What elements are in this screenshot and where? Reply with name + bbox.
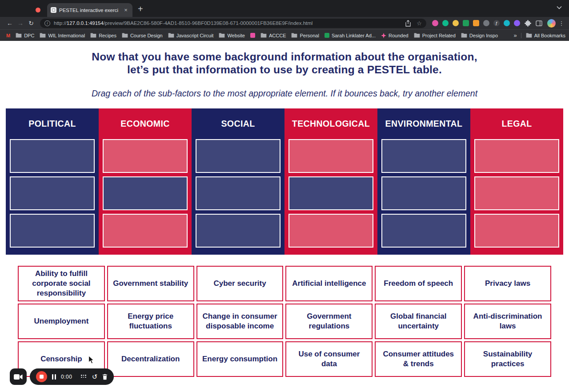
- pestel-column-environmental: ENVIRONMENTAL: [377, 108, 470, 255]
- window-close-button[interactable]: [36, 8, 40, 12]
- pencil-extension-icon[interactable]: [453, 20, 459, 26]
- drop-slot-environmental-3[interactable]: [381, 214, 466, 248]
- drop-slot-social-1[interactable]: [196, 139, 280, 173]
- drag-handle-icon[interactable]: [81, 375, 87, 379]
- bookmark-javascript-circuit[interactable]: Javascript Circuit: [165, 33, 216, 38]
- puzzle-extensions-icon[interactable]: [525, 20, 531, 27]
- drop-slot-economic-3[interactable]: [103, 214, 188, 248]
- restart-recording-icon[interactable]: ↺: [92, 373, 98, 380]
- bookmark-project-related[interactable]: Project Related: [411, 33, 458, 38]
- chip-privacy-laws[interactable]: Privacy laws: [464, 266, 551, 301]
- chip-sustainability-practices[interactable]: Sustainability practices: [464, 341, 551, 377]
- drop-slot-political-2[interactable]: [10, 176, 95, 210]
- bookmark-label: Personal: [300, 33, 319, 38]
- bookmark-label: DPC: [24, 33, 34, 38]
- bookmark-star-icon[interactable]: ☆: [417, 20, 422, 27]
- chip-energy-consumption[interactable]: Energy consumption: [196, 341, 284, 377]
- url-text: http://127.0.0.1:49154/preview/9BAE2C86-…: [54, 20, 400, 26]
- chip-government-regulations[interactable]: Government regulations: [285, 304, 373, 339]
- bookmark-accce[interactable]: ACCCE: [258, 33, 289, 38]
- chip-use-of-consumer-data[interactable]: Use of consumer data: [285, 341, 373, 377]
- reload-button[interactable]: ↻: [26, 20, 36, 27]
- back-button[interactable]: ←: [4, 20, 15, 27]
- chip-consumer-attitudes-trends[interactable]: Consumer attitudes & trends: [375, 341, 462, 377]
- drop-slot-political-1[interactable]: [10, 139, 95, 173]
- site-info-icon[interactable]: i: [44, 20, 50, 26]
- drop-slot-political-3[interactable]: [10, 214, 95, 248]
- forward-button[interactable]: →: [15, 20, 26, 27]
- drop-slot-social-2[interactable]: [196, 176, 280, 210]
- chip-freedom-of-speech[interactable]: Freedom of speech: [375, 266, 462, 301]
- chip-global-financial-uncertainty[interactable]: Global financial uncertainty: [375, 304, 462, 339]
- all-bookmarks-button[interactable]: All Bookmarks: [521, 33, 565, 38]
- bookmark-dpc[interactable]: DPC: [13, 33, 37, 38]
- orange-extension-icon[interactable]: [473, 20, 479, 26]
- pestel-header-social: SOCIAL: [196, 108, 280, 139]
- tab-search-chevron-icon[interactable]: [557, 3, 562, 11]
- chip-energy-price-fluctuations[interactable]: Energy price fluctuations: [107, 304, 194, 339]
- address-bar[interactable]: i http://127.0.0.1:49154/preview/9BAE2C8…: [40, 19, 426, 28]
- chip-unemployment[interactable]: Unemployment: [18, 304, 105, 339]
- drop-slot-technological-1[interactable]: [289, 139, 373, 173]
- video-camera-icon: [14, 374, 23, 380]
- purple-layers-extension-icon[interactable]: [514, 20, 520, 26]
- profile-avatar[interactable]: [547, 19, 556, 28]
- screen-recorder-bar: 0:00 ↺: [10, 368, 114, 385]
- bookmark-rounded[interactable]: Rounded: [378, 33, 411, 38]
- chip-decentralization[interactable]: Decentralization: [107, 341, 194, 377]
- pause-recording-button[interactable]: [52, 374, 56, 380]
- pestel-column-social: SOCIAL: [192, 108, 284, 255]
- pestel-header-political: POLITICAL: [10, 108, 95, 139]
- browser-tab[interactable]: PESTEL interactive exerci ×: [47, 3, 132, 17]
- drop-slot-environmental-1[interactable]: [381, 139, 466, 173]
- spreadsheet-extension-icon[interactable]: [463, 20, 469, 26]
- menu-kebab-icon[interactable]: ⋮: [558, 20, 565, 27]
- bookmark-label: WIL International: [48, 33, 85, 38]
- bookmarks-overflow-chevron[interactable]: »: [509, 32, 521, 39]
- drop-slot-economic-1[interactable]: [103, 139, 188, 173]
- drop-slot-social-3[interactable]: [196, 214, 280, 248]
- stop-recording-button[interactable]: [36, 371, 47, 382]
- pink-flower-extension-icon[interactable]: [432, 20, 438, 26]
- bookmark-gmail[interactable]: M: [4, 33, 13, 38]
- side-panel-icon[interactable]: [536, 20, 542, 26]
- folder-icon: [168, 33, 174, 38]
- bookmark-course-design[interactable]: Course Design: [119, 33, 165, 38]
- drop-slot-legal-2[interactable]: [474, 176, 559, 210]
- bookmark-website[interactable]: Website: [216, 33, 248, 38]
- chip-label: Decentralization: [121, 354, 180, 364]
- bookmark-personal[interactable]: Personal: [289, 33, 321, 38]
- camera-button[interactable]: [10, 368, 27, 385]
- trash-icon[interactable]: [102, 374, 108, 380]
- teal-extension-icon[interactable]: [504, 20, 510, 26]
- folder-icon: [219, 33, 225, 38]
- drop-slot-technological-3[interactable]: [289, 214, 373, 248]
- tab-close-icon[interactable]: ×: [123, 7, 129, 13]
- chip-government-stability[interactable]: Government stability: [107, 266, 194, 301]
- folder-icon: [414, 33, 420, 38]
- bookmarks-bar-items: MDPCWIL InternationalRecipesCourse Desig…: [4, 33, 501, 38]
- chip-label: Unemployment: [34, 316, 89, 326]
- drop-slot-economic-2[interactable]: [103, 176, 188, 210]
- bookmark-sarah-linklater-ad[interactable]: Sarah Linklater Ad...: [322, 33, 378, 38]
- bookmark-label: Recipes: [99, 33, 116, 38]
- bookmark-design-inspo[interactable]: Design Inspo: [458, 33, 501, 38]
- chip-anti-discrimination-laws[interactable]: Anti-discrimination laws: [464, 304, 551, 339]
- function-extension-icon[interactable]: ƒ: [493, 20, 500, 26]
- share-icon[interactable]: [405, 20, 411, 27]
- drop-slot-environmental-2[interactable]: [381, 176, 466, 210]
- drop-slot-technological-2[interactable]: [289, 176, 373, 210]
- drop-slot-legal-1[interactable]: [474, 139, 559, 173]
- bookmark-wil-international[interactable]: WIL International: [37, 33, 88, 38]
- instruction-text: Drag each of the sub-factors to the most…: [0, 88, 569, 99]
- drop-slot-legal-3[interactable]: [474, 214, 559, 248]
- bookmark-pink[interactable]: [248, 33, 258, 38]
- chip-change-in-consumer-disposable-income[interactable]: Change in consumer disposable income: [196, 304, 284, 339]
- new-tab-button[interactable]: +: [138, 4, 143, 13]
- grammarly-extension-icon[interactable]: [442, 20, 449, 26]
- chip-artificial-intelligence[interactable]: Artificial intelligence: [285, 266, 373, 301]
- bookmark-recipes[interactable]: Recipes: [88, 33, 119, 38]
- gray-dot-extension-icon[interactable]: [483, 20, 489, 26]
- chip-cyber-security[interactable]: Cyber security: [196, 266, 284, 301]
- chip-ability-to-fulfill-corporate-social-responsibility[interactable]: Ability to fulfill corporate social resp…: [18, 266, 105, 301]
